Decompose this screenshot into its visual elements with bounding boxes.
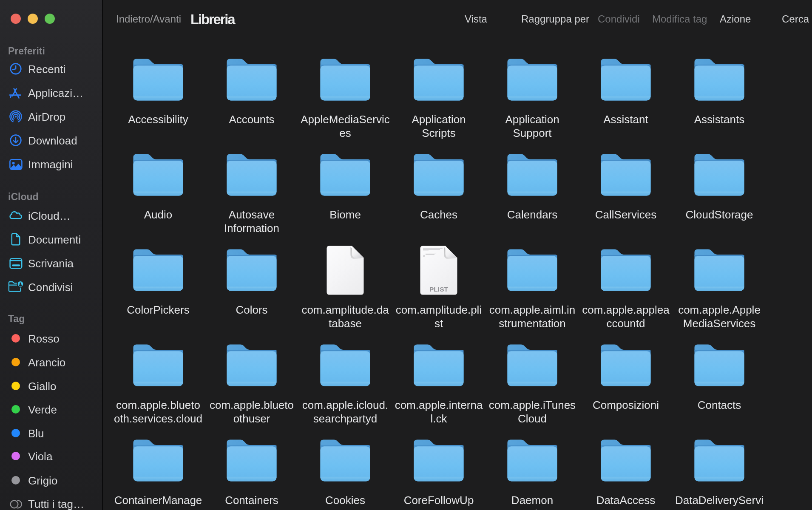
svg-text:PLIST: PLIST [429, 285, 448, 292]
